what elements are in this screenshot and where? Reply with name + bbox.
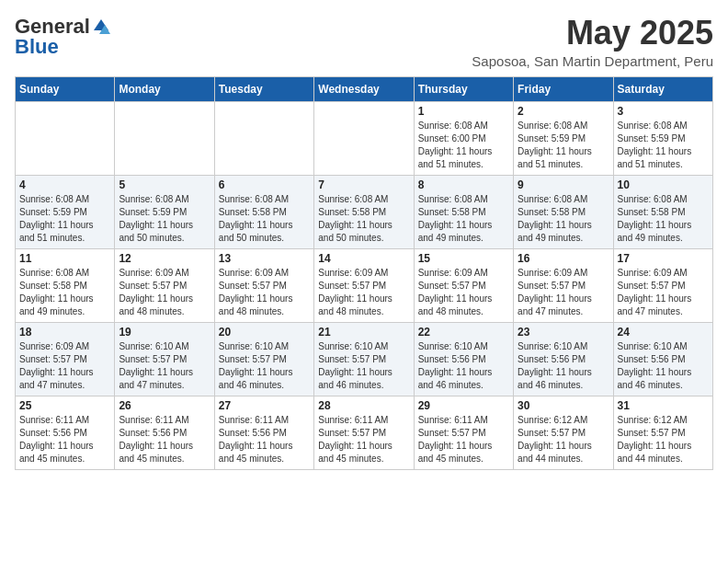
calendar-cell: 1Sunrise: 6:08 AM Sunset: 6:00 PM Daylig… bbox=[414, 101, 513, 175]
calendar-cell: 18Sunrise: 6:09 AM Sunset: 5:57 PM Dayli… bbox=[16, 322, 115, 396]
title-section: May 2025 Saposoa, San Martin Department,… bbox=[472, 15, 713, 69]
day-number: 10 bbox=[618, 178, 709, 191]
day-info: Sunrise: 6:11 AM Sunset: 5:57 PM Dayligh… bbox=[318, 414, 409, 465]
day-number: 24 bbox=[618, 326, 709, 339]
header-day-friday: Friday bbox=[514, 76, 613, 101]
calendar-cell: 4Sunrise: 6:08 AM Sunset: 5:59 PM Daylig… bbox=[16, 175, 115, 248]
calendar-cell: 24Sunrise: 6:10 AM Sunset: 5:56 PM Dayli… bbox=[613, 322, 712, 396]
calendar-cell: 30Sunrise: 6:12 AM Sunset: 5:57 PM Dayli… bbox=[514, 396, 613, 469]
day-info: Sunrise: 6:08 AM Sunset: 5:58 PM Dayligh… bbox=[418, 193, 509, 245]
header-day-thursday: Thursday bbox=[414, 76, 513, 101]
day-number: 12 bbox=[119, 252, 210, 265]
day-number: 13 bbox=[219, 252, 310, 265]
header-day-sunday: Sunday bbox=[16, 76, 115, 101]
calendar-cell bbox=[115, 101, 214, 175]
day-info: Sunrise: 6:11 AM Sunset: 5:56 PM Dayligh… bbox=[19, 414, 110, 465]
calendar-cell: 21Sunrise: 6:10 AM Sunset: 5:57 PM Dayli… bbox=[314, 322, 414, 396]
calendar-cell: 6Sunrise: 6:08 AM Sunset: 5:58 PM Daylig… bbox=[214, 175, 313, 248]
day-number: 6 bbox=[219, 178, 310, 191]
day-info: Sunrise: 6:09 AM Sunset: 5:57 PM Dayligh… bbox=[19, 340, 110, 392]
day-info: Sunrise: 6:10 AM Sunset: 5:56 PM Dayligh… bbox=[618, 340, 709, 392]
day-info: Sunrise: 6:10 AM Sunset: 5:57 PM Dayligh… bbox=[119, 340, 210, 392]
day-info: Sunrise: 6:08 AM Sunset: 5:58 PM Dayligh… bbox=[518, 193, 609, 245]
day-number: 25 bbox=[19, 399, 110, 412]
logo: General Blue bbox=[15, 15, 110, 59]
day-info: Sunrise: 6:12 AM Sunset: 5:57 PM Dayligh… bbox=[518, 414, 609, 465]
calendar-cell: 5Sunrise: 6:08 AM Sunset: 5:59 PM Daylig… bbox=[115, 175, 214, 248]
logo-icon bbox=[92, 17, 110, 36]
calendar-cell: 11Sunrise: 6:08 AM Sunset: 5:58 PM Dayli… bbox=[16, 248, 115, 322]
calendar-cell: 7Sunrise: 6:08 AM Sunset: 5:58 PM Daylig… bbox=[314, 175, 414, 248]
day-info: Sunrise: 6:08 AM Sunset: 5:59 PM Dayligh… bbox=[19, 193, 110, 245]
calendar-table: SundayMondayTuesdayWednesdayThursdayFrid… bbox=[15, 76, 713, 470]
calendar-cell: 9Sunrise: 6:08 AM Sunset: 5:58 PM Daylig… bbox=[514, 175, 613, 248]
calendar-cell: 26Sunrise: 6:11 AM Sunset: 5:56 PM Dayli… bbox=[115, 396, 214, 469]
calendar-cell: 20Sunrise: 6:10 AM Sunset: 5:57 PM Dayli… bbox=[214, 322, 313, 396]
calendar-cell: 23Sunrise: 6:10 AM Sunset: 5:56 PM Dayli… bbox=[514, 322, 613, 396]
day-number: 28 bbox=[318, 399, 409, 412]
calendar-week-row: 1Sunrise: 6:08 AM Sunset: 6:00 PM Daylig… bbox=[16, 101, 713, 175]
day-number: 30 bbox=[518, 399, 609, 412]
header-day-saturday: Saturday bbox=[613, 76, 712, 101]
day-info: Sunrise: 6:09 AM Sunset: 5:57 PM Dayligh… bbox=[518, 267, 609, 318]
day-number: 31 bbox=[618, 399, 709, 412]
day-info: Sunrise: 6:08 AM Sunset: 5:59 PM Dayligh… bbox=[618, 120, 709, 171]
day-number: 19 bbox=[119, 326, 210, 339]
calendar-cell: 10Sunrise: 6:08 AM Sunset: 5:58 PM Dayli… bbox=[613, 175, 712, 248]
day-number: 22 bbox=[418, 326, 509, 339]
month-title: May 2025 bbox=[472, 15, 713, 52]
day-info: Sunrise: 6:11 AM Sunset: 5:56 PM Dayligh… bbox=[119, 414, 210, 465]
day-number: 2 bbox=[518, 105, 609, 118]
calendar-cell: 25Sunrise: 6:11 AM Sunset: 5:56 PM Dayli… bbox=[16, 396, 115, 469]
calendar-cell: 2Sunrise: 6:08 AM Sunset: 5:59 PM Daylig… bbox=[514, 101, 613, 175]
day-number: 26 bbox=[119, 399, 210, 412]
calendar-week-row: 4Sunrise: 6:08 AM Sunset: 5:59 PM Daylig… bbox=[16, 175, 713, 248]
calendar-cell: 19Sunrise: 6:10 AM Sunset: 5:57 PM Dayli… bbox=[115, 322, 214, 396]
day-info: Sunrise: 6:09 AM Sunset: 5:57 PM Dayligh… bbox=[418, 267, 509, 318]
header-day-tuesday: Tuesday bbox=[214, 76, 313, 101]
calendar-cell bbox=[214, 101, 313, 175]
day-info: Sunrise: 6:09 AM Sunset: 5:57 PM Dayligh… bbox=[219, 267, 310, 318]
day-number: 27 bbox=[219, 399, 310, 412]
day-number: 1 bbox=[418, 105, 509, 118]
day-info: Sunrise: 6:08 AM Sunset: 5:58 PM Dayligh… bbox=[19, 267, 110, 318]
calendar-cell: 16Sunrise: 6:09 AM Sunset: 5:57 PM Dayli… bbox=[514, 248, 613, 322]
calendar-cell: 13Sunrise: 6:09 AM Sunset: 5:57 PM Dayli… bbox=[214, 248, 313, 322]
day-info: Sunrise: 6:08 AM Sunset: 5:59 PM Dayligh… bbox=[518, 120, 609, 171]
day-info: Sunrise: 6:10 AM Sunset: 5:57 PM Dayligh… bbox=[318, 340, 409, 392]
calendar-cell: 3Sunrise: 6:08 AM Sunset: 5:59 PM Daylig… bbox=[613, 101, 712, 175]
day-info: Sunrise: 6:10 AM Sunset: 5:56 PM Dayligh… bbox=[418, 340, 509, 392]
day-number: 9 bbox=[518, 178, 609, 191]
day-number: 4 bbox=[19, 178, 110, 191]
calendar-week-row: 18Sunrise: 6:09 AM Sunset: 5:57 PM Dayli… bbox=[16, 322, 713, 396]
day-info: Sunrise: 6:09 AM Sunset: 5:57 PM Dayligh… bbox=[119, 267, 210, 318]
location-title: Saposoa, San Martin Department, Peru bbox=[472, 53, 713, 69]
day-info: Sunrise: 6:08 AM Sunset: 5:58 PM Dayligh… bbox=[618, 193, 709, 245]
calendar-cell: 14Sunrise: 6:09 AM Sunset: 5:57 PM Dayli… bbox=[314, 248, 414, 322]
day-number: 16 bbox=[518, 252, 609, 265]
calendar-cell: 28Sunrise: 6:11 AM Sunset: 5:57 PM Dayli… bbox=[314, 396, 414, 469]
day-number: 11 bbox=[19, 252, 110, 265]
day-info: Sunrise: 6:11 AM Sunset: 5:57 PM Dayligh… bbox=[418, 414, 509, 465]
calendar-cell: 15Sunrise: 6:09 AM Sunset: 5:57 PM Dayli… bbox=[414, 248, 513, 322]
day-number: 8 bbox=[418, 178, 509, 191]
header-day-wednesday: Wednesday bbox=[314, 76, 414, 101]
calendar-week-row: 11Sunrise: 6:08 AM Sunset: 5:58 PM Dayli… bbox=[16, 248, 713, 322]
header-day-monday: Monday bbox=[115, 76, 214, 101]
day-info: Sunrise: 6:08 AM Sunset: 5:58 PM Dayligh… bbox=[318, 193, 409, 245]
day-number: 15 bbox=[418, 252, 509, 265]
calendar-cell bbox=[16, 101, 115, 175]
day-info: Sunrise: 6:09 AM Sunset: 5:57 PM Dayligh… bbox=[318, 267, 409, 318]
logo-blue-text: Blue bbox=[15, 35, 59, 59]
calendar-cell: 29Sunrise: 6:11 AM Sunset: 5:57 PM Dayli… bbox=[414, 396, 513, 469]
header: General Blue May 2025 Saposoa, San Marti… bbox=[15, 15, 713, 69]
calendar-cell bbox=[314, 101, 414, 175]
day-info: Sunrise: 6:10 AM Sunset: 5:57 PM Dayligh… bbox=[219, 340, 310, 392]
day-number: 23 bbox=[518, 326, 609, 339]
calendar-cell: 12Sunrise: 6:09 AM Sunset: 5:57 PM Dayli… bbox=[115, 248, 214, 322]
day-number: 29 bbox=[418, 399, 509, 412]
calendar-cell: 31Sunrise: 6:12 AM Sunset: 5:57 PM Dayli… bbox=[613, 396, 712, 469]
day-info: Sunrise: 6:09 AM Sunset: 5:57 PM Dayligh… bbox=[618, 267, 709, 318]
calendar-header-row: SundayMondayTuesdayWednesdayThursdayFrid… bbox=[16, 76, 713, 101]
calendar-cell: 17Sunrise: 6:09 AM Sunset: 5:57 PM Dayli… bbox=[613, 248, 712, 322]
